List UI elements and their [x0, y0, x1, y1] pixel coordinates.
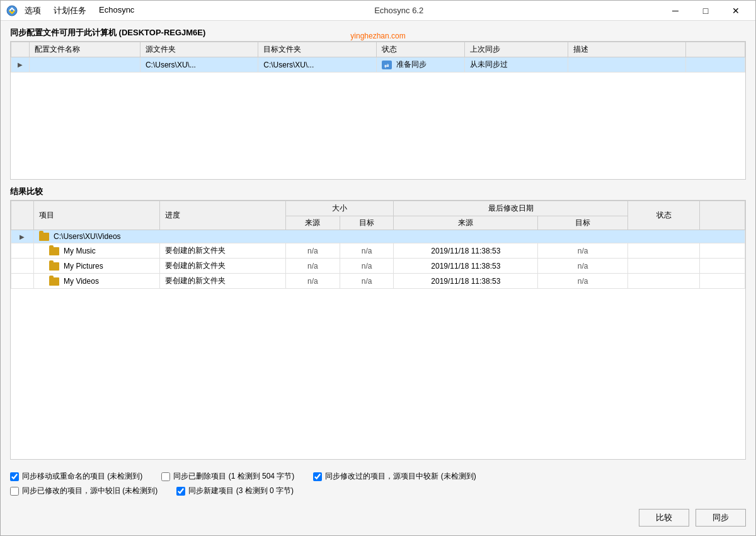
child-item-name: My Pictures	[33, 259, 159, 274]
col-extra-header	[700, 201, 745, 230]
checkbox-item-1[interactable]: 同步移动或重命名的项目 (未检测到)	[10, 471, 142, 482]
result-table-container[interactable]: 项目 进度 大小 最后修改日期 状态 来源 目标 来源 目标	[10, 200, 746, 460]
folder-icon	[49, 277, 59, 286]
window-controls: ─ □ ✕	[661, 1, 750, 20]
child-progress: 要创建的新文件夹	[159, 274, 285, 289]
child-item-name: My Music	[33, 243, 159, 259]
profile-name	[30, 57, 140, 73]
col-date-source-header: 来源	[394, 216, 538, 230]
checkbox-modified-older[interactable]	[10, 487, 19, 496]
child-date-target: n/a	[538, 243, 628, 259]
col-progress-header: 进度	[159, 201, 285, 230]
child-status	[628, 274, 700, 289]
checkbox-item-3[interactable]: 同步修改过的项目，源项目中较新 (未检测到)	[313, 471, 476, 482]
main-content: 同步配置文件可用于此计算机 (DESKTOP-REGJM6E) 配置文件名称 源…	[1, 21, 755, 535]
svg-point-0	[7, 6, 17, 16]
col-item-header: 项目	[33, 201, 159, 230]
child-date-target: n/a	[538, 274, 628, 289]
profile-target: C:\Users\XU\...	[258, 57, 376, 73]
profile-extra	[686, 57, 745, 73]
col-status-header: 状态	[376, 42, 465, 57]
parent-row-arrow: ▶	[11, 230, 34, 243]
col-lastsync-header: 上次同步	[465, 42, 568, 57]
child-item-name: My Videos	[33, 274, 159, 289]
child-extra	[700, 274, 745, 289]
sync-profiles-table-container[interactable]: 配置文件名称 源文件夹 目标文件夹 状态 上次同步 描述 ▶	[10, 41, 746, 180]
table-row[interactable]: My Music 要创建的新文件夹 n/a n/a 2019/11/18 11:…	[11, 243, 745, 259]
result-title: 结果比较	[10, 186, 746, 197]
checkbox-item-5[interactable]: 同步新建项目 (3 检测到 0 字节)	[176, 486, 294, 496]
col-extra-header	[686, 42, 745, 57]
app-icon	[6, 4, 18, 17]
main-window: 选项 计划任务 Echosync Echosync 6.2 ─ □ ✕ ying…	[0, 0, 756, 536]
table-row[interactable]: My Pictures 要创建的新文件夹 n/a n/a 2019/11/18 …	[11, 259, 745, 274]
sync-profiles-table: 配置文件名称 源文件夹 目标文件夹 状态 上次同步 描述 ▶	[11, 42, 745, 73]
folder-icon	[49, 247, 59, 255]
col-date-target-header: 目标	[538, 216, 628, 230]
checkbox-item-2[interactable]: 同步已删除项目 (1 检测到 504 字节)	[161, 471, 294, 482]
checkbox-row-2: 同步已修改的项目，源中较旧 (未检测到) 同步新建项目 (3 检测到 0 字节)	[10, 486, 746, 496]
child-progress: 要创建的新文件夹	[159, 259, 285, 274]
compare-button[interactable]: 比较	[639, 509, 689, 527]
col-name-header: 配置文件名称	[30, 42, 140, 57]
sync-profiles-title: 同步配置文件可用于此计算机 (DESKTOP-REGJM6E)	[10, 27, 746, 38]
col-size-target-header: 目标	[340, 216, 394, 230]
child-date-target: n/a	[538, 259, 628, 274]
checkbox-modified-newer[interactable]	[313, 472, 322, 481]
checkbox-row-1: 同步移动或重命名的项目 (未检测到) 同步已删除项目 (1 检测到 504 字节…	[10, 471, 746, 482]
col-desc-header: 描述	[568, 42, 685, 57]
profile-status: ⇄ 准备同步	[376, 57, 465, 73]
child-size-target: n/a	[340, 259, 394, 274]
sync-profiles-section: 同步配置文件可用于此计算机 (DESKTOP-REGJM6E) 配置文件名称 源…	[10, 27, 746, 180]
minimize-button[interactable]: ─	[661, 1, 690, 20]
col-date-header: 最后修改日期	[394, 201, 628, 216]
child-size-source: n/a	[285, 274, 340, 289]
sync-button[interactable]: 同步	[696, 509, 746, 527]
child-size-source: n/a	[285, 243, 340, 259]
col-size-header: 大小	[285, 201, 394, 216]
col-target-header: 目标文件夹	[258, 42, 376, 57]
col-arrow-header	[11, 201, 34, 230]
col-source-header: 源文件夹	[140, 42, 258, 57]
parent-folder-name: C:\Users\XU\Videos	[33, 230, 745, 243]
title-bar: 选项 计划任务 Echosync Echosync 6.2 ─ □ ✕	[1, 1, 755, 21]
child-date-source: 2019/11/18 11:38:53	[394, 274, 538, 289]
profile-desc	[568, 57, 685, 73]
folder-icon	[49, 262, 59, 271]
col-arrow-header	[11, 42, 30, 57]
menu-echosync[interactable]: Echosync	[96, 4, 137, 18]
menu-scheduled-tasks[interactable]: 计划任务	[51, 4, 89, 18]
child-size-source: n/a	[285, 259, 340, 274]
result-table: 项目 进度 大小 最后修改日期 状态 来源 目标 来源 目标	[11, 201, 745, 289]
checkbox-item-4[interactable]: 同步已修改的项目，源中较旧 (未检测到)	[10, 486, 158, 496]
table-row[interactable]: ▶ C:\Users\XU\... C:\Users\XU\... ⇄	[11, 57, 745, 73]
child-date-source: 2019/11/18 11:38:53	[394, 259, 538, 274]
table-row[interactable]: My Videos 要创建的新文件夹 n/a n/a 2019/11/18 11…	[11, 274, 745, 289]
child-date-source: 2019/11/18 11:38:53	[394, 243, 538, 259]
profile-lastsync: 从未同步过	[465, 57, 568, 73]
child-status	[628, 243, 700, 259]
menu-bar: 选项 计划任务 Echosync	[22, 4, 137, 18]
close-button[interactable]: ✕	[721, 1, 750, 20]
folder-icon	[39, 233, 49, 241]
menu-options[interactable]: 选项	[22, 4, 43, 18]
checkbox-move-rename[interactable]	[10, 472, 19, 481]
maximize-button[interactable]: □	[691, 1, 720, 20]
checkbox-new-items[interactable]	[176, 487, 185, 496]
child-arrow	[11, 259, 34, 274]
profile-source: C:\Users\XU\...	[140, 57, 258, 73]
child-status	[628, 259, 700, 274]
child-extra	[700, 243, 745, 259]
checkbox-deleted[interactable]	[161, 472, 170, 481]
child-size-target: n/a	[340, 274, 394, 289]
bottom-checkboxes: 同步移动或重命名的项目 (未检测到) 同步已删除项目 (1 检测到 504 字节…	[10, 466, 746, 499]
child-size-target: n/a	[340, 243, 394, 259]
sync-icon: ⇄	[382, 61, 392, 69]
result-section: 结果比较 项目 进度 大小 最后修改日期 状态	[10, 186, 746, 460]
col-size-source-header: 来源	[285, 216, 340, 230]
table-row[interactable]: ▶ C:\Users\XU\Videos	[11, 230, 745, 243]
col-status-header: 状态	[628, 201, 700, 230]
child-arrow	[11, 274, 34, 289]
child-extra	[700, 259, 745, 274]
row-arrow: ▶	[11, 57, 30, 73]
